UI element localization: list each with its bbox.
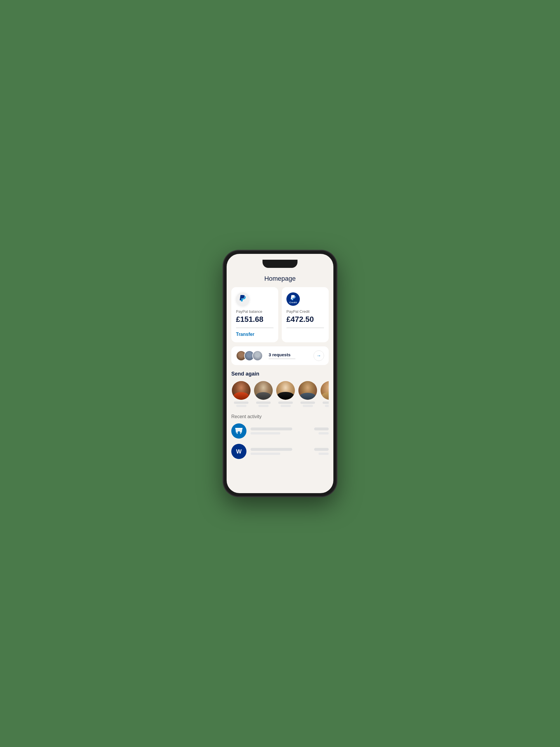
contact-subname-5	[325, 405, 329, 407]
activity-text-1	[250, 428, 310, 435]
activity-line2-2	[250, 453, 280, 455]
activity-amount-2	[314, 448, 329, 455]
contact-name-4	[300, 402, 315, 404]
requests-text-col: 3 requests	[269, 352, 314, 359]
recent-activity-title: Recent activity	[231, 414, 329, 419]
screen-content[interactable]: Homepage PayPal balance £1	[226, 254, 334, 493]
notch	[263, 260, 297, 268]
paypal-credit-card[interactable]: Credit PayPal Credit £472.50	[282, 287, 329, 342]
contact-subname-3	[281, 405, 291, 407]
page-title: Homepage	[231, 275, 329, 282]
activity-amount-1	[314, 428, 329, 435]
contact-name-1	[234, 402, 248, 404]
credit-label: Credit	[289, 301, 297, 304]
svg-rect-0	[238, 431, 240, 433]
activity-item-1[interactable]	[231, 423, 329, 439]
send-again-contacts	[231, 381, 329, 407]
contact-name-2	[256, 402, 271, 404]
contact-item-2[interactable]	[254, 381, 273, 407]
contact-subname-4	[303, 405, 313, 407]
arrow-right-icon: →	[317, 353, 321, 358]
svg-point-1	[237, 433, 238, 434]
requests-underline	[269, 358, 295, 359]
paypal-balance-label: PayPal balance	[236, 309, 273, 314]
requests-avatars	[236, 351, 263, 361]
send-again-section: Send again	[231, 371, 329, 407]
balance-card-underline	[236, 327, 273, 328]
activity-amount-subline-1	[319, 432, 329, 435]
paypal-balance-icon	[236, 292, 249, 306]
contact-avatar-3	[276, 381, 295, 400]
contact-item-5[interactable]	[320, 381, 329, 407]
paypal-credit-icon: Credit	[287, 292, 300, 306]
activity-text-2	[250, 448, 310, 455]
phone-frame: Homepage PayPal balance £1	[223, 250, 337, 497]
contact-item-1[interactable]	[231, 381, 251, 407]
activity-amount-line-2	[314, 448, 329, 451]
paypal-credit-amount: £472.50	[287, 315, 324, 324]
contact-avatar-2	[254, 381, 273, 400]
requests-arrow-button[interactable]: →	[314, 351, 324, 361]
requests-count-text: 3 requests	[269, 352, 314, 357]
activity-line1-1	[250, 428, 292, 430]
activity-line2-1	[250, 432, 280, 435]
contact-item-4[interactable]	[298, 381, 318, 407]
status-bar	[231, 260, 329, 273]
requests-bar[interactable]: 3 requests →	[231, 346, 329, 365]
phone-screen: Homepage PayPal balance £1	[226, 254, 334, 493]
contact-avatar-1	[232, 381, 250, 400]
activity-w-icon: W	[231, 444, 246, 459]
contact-avatar-5	[321, 381, 329, 400]
svg-point-2	[240, 433, 241, 434]
paypal-balance-amount: £151.68	[236, 315, 273, 324]
paypal-p-logo	[239, 294, 246, 304]
paypal-balance-card[interactable]: PayPal balance £151.68 Transfer	[231, 287, 278, 342]
contact-item-3[interactable]	[276, 381, 295, 407]
transfer-button[interactable]: Transfer	[236, 332, 254, 337]
contact-subname-2	[259, 405, 269, 407]
contact-name-5	[323, 402, 329, 404]
contact-name-3	[278, 402, 293, 404]
activity-amount-line-1	[314, 428, 329, 430]
activity-icon-letter: W	[236, 448, 242, 455]
activity-store-icon	[231, 423, 246, 439]
contact-avatar-4	[298, 381, 317, 400]
activity-item-2[interactable]: W	[231, 444, 329, 459]
balance-cards-container: PayPal balance £151.68 Transfer Credit	[231, 287, 329, 342]
contact-subname-1	[236, 405, 246, 407]
request-avatar-3	[252, 351, 263, 361]
activity-amount-subline-2	[319, 453, 329, 455]
send-again-title: Send again	[231, 371, 329, 377]
paypal-credit-label: PayPal Credit	[287, 309, 324, 314]
activity-line1-2	[250, 448, 292, 451]
recent-activity-section: Recent activity	[231, 414, 329, 459]
credit-card-underline	[287, 327, 324, 328]
